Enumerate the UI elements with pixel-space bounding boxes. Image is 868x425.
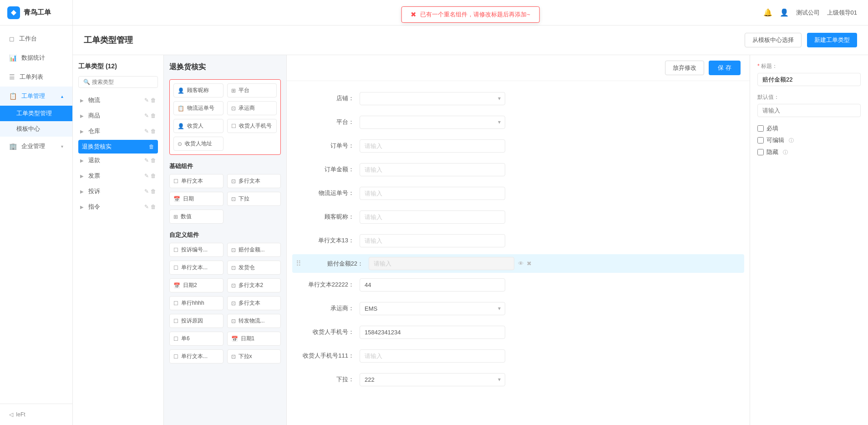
delete-icon[interactable]: 🗑 bbox=[151, 204, 156, 210]
checkbox-required: 必填 bbox=[757, 124, 861, 133]
props-title-input[interactable] bbox=[757, 73, 861, 86]
comp-single-hhhh[interactable]: ☐ 单行hhhh bbox=[169, 296, 223, 310]
delete-icon[interactable]: 🗑 bbox=[151, 113, 156, 119]
sidebar-collapse[interactable]: ◁ IeFt bbox=[0, 404, 72, 425]
sidebar-item-data-stats[interactable]: 📊 数据统计 bbox=[0, 48, 72, 67]
carrier-select[interactable]: EMS bbox=[360, 302, 505, 315]
compensation22-input[interactable] bbox=[369, 257, 514, 270]
form-row-logistics-no: 物流运单号： bbox=[296, 185, 741, 201]
comp-number[interactable]: ⊞ 数值 bbox=[169, 210, 223, 224]
logistics-no-input[interactable] bbox=[360, 187, 505, 200]
basic-section-title: 基础组件 bbox=[169, 162, 281, 170]
comp-receiver[interactable]: 👤 收货人 bbox=[173, 119, 223, 133]
comp-dropdown[interactable]: ⊡ 下拉 bbox=[227, 192, 281, 206]
type-command-header[interactable]: ▶指令 ✎🗑 bbox=[78, 200, 158, 214]
required-checkbox[interactable] bbox=[757, 125, 764, 132]
editable-info-icon[interactable]: ⓘ bbox=[789, 137, 794, 144]
hidden-checkbox[interactable] bbox=[757, 149, 764, 155]
sidebar-item-type-mgmt[interactable]: 工单类型管理 bbox=[0, 106, 72, 121]
sidebar-item-enterprise-mgmt[interactable]: 🏢 企业管理 ▾ bbox=[0, 137, 72, 156]
delete-icon[interactable]: 🗑 bbox=[151, 97, 156, 103]
type-warehouse-header[interactable]: ▶仓库 ✎🗑 bbox=[78, 124, 158, 138]
receiver-phone-input[interactable] bbox=[360, 326, 505, 339]
type-goods-header[interactable]: ▶商品 ✎🗑 bbox=[78, 109, 158, 123]
comp-single-text3[interactable]: ☐ 单行文本... bbox=[169, 349, 223, 364]
sidebar-item-workbench-label: 工作台 bbox=[19, 35, 37, 43]
comp-receiver-phone[interactable]: ☐ 收货人手机号 bbox=[227, 119, 277, 133]
comp-logistics-no[interactable]: 📋 物流运单号 bbox=[173, 101, 223, 115]
props-default-input[interactable] bbox=[757, 104, 861, 117]
hidden-info-icon[interactable]: ⓘ bbox=[783, 149, 788, 156]
single-text22222-input-wrap bbox=[360, 278, 505, 292]
comp-ship-warehouse[interactable]: ⊡ 发货仓 bbox=[227, 261, 281, 275]
comp-date2[interactable]: 📅 日期2 bbox=[169, 278, 223, 292]
comp-complaint-reason[interactable]: ☐ 投诉原因 bbox=[169, 314, 223, 328]
shop-select[interactable] bbox=[360, 92, 505, 105]
customer-nick-input[interactable] bbox=[360, 210, 505, 224]
order-no-input[interactable] bbox=[360, 139, 505, 153]
edit-icon[interactable]: ✎ bbox=[144, 173, 149, 179]
comp-date1[interactable]: 📅 日期1 bbox=[227, 332, 281, 346]
type-warehouse-label: 仓库 bbox=[88, 127, 100, 135]
sidebar-item-worklist[interactable]: ☰ 工单列表 bbox=[0, 67, 72, 87]
close-icon[interactable]: ✖ bbox=[527, 260, 532, 267]
comp-compensation[interactable]: ⊡ 赔付金额... bbox=[227, 243, 281, 257]
user-name[interactable]: 上级领导01 bbox=[827, 9, 857, 17]
delete-icon[interactable]: 🗑 bbox=[151, 128, 156, 134]
type-invoice-header[interactable]: ▶发票 ✎🗑 bbox=[78, 169, 158, 183]
new-type-button[interactable]: 新建工单类型 bbox=[807, 33, 857, 47]
search-input[interactable] bbox=[92, 79, 160, 85]
panel-count: (12) bbox=[106, 62, 117, 70]
sidebar-item-workbench[interactable]: ◻ 工作台 bbox=[0, 29, 72, 48]
delete-icon-active[interactable]: 🗑 bbox=[149, 143, 154, 150]
comp-single-text[interactable]: ☐ 单行文本 bbox=[169, 174, 223, 188]
type-logistics-header[interactable]: ▶物流 ✎🗑 bbox=[78, 93, 158, 107]
receiver-phone111-input[interactable] bbox=[360, 349, 505, 363]
comp-dropdown-x[interactable]: ⊡ 下拉x bbox=[227, 349, 281, 364]
comp-date[interactable]: 📅 日期 bbox=[169, 192, 223, 206]
form-row-compensation22: ⠿ 赔付金额22： 👁 ✖ bbox=[292, 254, 744, 273]
save-button[interactable]: 保 存 bbox=[709, 61, 741, 75]
type-complaint-header[interactable]: ▶投诉 ✎🗑 bbox=[78, 184, 158, 198]
template-center-button[interactable]: 从模板中心选择 bbox=[745, 33, 802, 47]
editable-label: 可编辑 bbox=[766, 136, 784, 144]
user-icon[interactable]: 👤 bbox=[780, 8, 789, 17]
edit-icon[interactable]: ✎ bbox=[144, 97, 149, 103]
single-text22222-input[interactable] bbox=[360, 278, 505, 292]
comp-multi-text[interactable]: ⊡ 多行文本 bbox=[227, 174, 281, 188]
sidebar-item-template-center[interactable]: 模板中心 bbox=[0, 121, 72, 137]
edit-icon[interactable]: ✎ bbox=[144, 128, 149, 134]
edit-icon[interactable]: ✎ bbox=[144, 204, 149, 210]
edit-icon[interactable]: ✎ bbox=[144, 113, 149, 119]
type-goods-label: 商品 bbox=[88, 112, 100, 120]
delete-icon[interactable]: 🗑 bbox=[151, 173, 156, 179]
page-header: 工单类型管理 从模板中心选择 新建工单类型 bbox=[73, 26, 868, 55]
editable-checkbox[interactable] bbox=[757, 137, 764, 143]
edit-icon[interactable]: ✎ bbox=[144, 157, 149, 164]
comp-single-text2[interactable]: ☐ 单行文本... bbox=[169, 261, 223, 275]
edit-icon[interactable]: ✎ bbox=[144, 188, 149, 195]
comp-forward-logistics[interactable]: ⊡ 转发物流... bbox=[227, 314, 281, 328]
platform-select[interactable] bbox=[360, 116, 505, 129]
comp-customer-nickname[interactable]: 👤 顾客昵称 bbox=[173, 83, 223, 97]
order-amount-input[interactable] bbox=[360, 163, 505, 176]
dropdown-select[interactable]: 222 bbox=[360, 373, 505, 386]
comp-complaint-no[interactable]: ☐ 投诉编号... bbox=[169, 243, 223, 257]
comp-carrier[interactable]: ⊡ 承运商 bbox=[227, 101, 277, 115]
delete-icon[interactable]: 🗑 bbox=[151, 157, 156, 164]
abandon-button[interactable]: 放弃修改 bbox=[665, 61, 704, 75]
comp-receiver-addr[interactable]: ⊙ 收货人地址 bbox=[173, 137, 223, 151]
comp-platform[interactable]: ⊞ 平台 bbox=[227, 83, 277, 97]
sidebar: 青鸟工单 ◻ 工作台 📊 数据统计 ☰ 工单列表 📋 工单管理 ▴ 工单类型管理 bbox=[0, 0, 73, 425]
type-refund-header[interactable]: ▶退款 ✎🗑 bbox=[78, 154, 158, 167]
bell-icon[interactable]: 🔔 bbox=[763, 8, 772, 17]
sidebar-item-worklist-mgmt[interactable]: 📋 工单管理 ▴ bbox=[0, 87, 72, 106]
single-text13-input[interactable] bbox=[360, 234, 505, 247]
drag-handle-icon[interactable]: ⠿ bbox=[296, 259, 301, 268]
delete-icon[interactable]: 🗑 bbox=[151, 188, 156, 195]
comp-multi-text2[interactable]: ⊡ 多行文本2 bbox=[227, 278, 281, 292]
type-return-verify[interactable]: 退换货核实 🗑 bbox=[78, 140, 158, 154]
comp-single6[interactable]: ☐ 单6 bbox=[169, 332, 223, 346]
comp-multi-text3[interactable]: ⊡ 多行文本 bbox=[227, 296, 281, 310]
eye-icon[interactable]: 👁 bbox=[518, 260, 524, 267]
